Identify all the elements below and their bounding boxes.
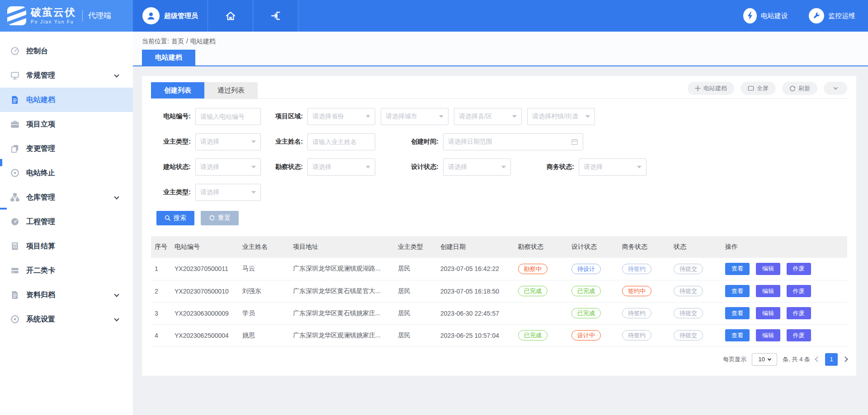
sidebar-item-data-archive[interactable]: 资料归档 (0, 283, 133, 307)
filter-actions: 搜索 重置 (151, 211, 847, 225)
page-tab-station-archive[interactable]: 电站建档 (142, 50, 195, 65)
owner-type2-select[interactable]: 请选择 (195, 184, 261, 201)
business-status-select[interactable]: 请选择 (579, 159, 646, 176)
sidebar-item-station-terminate[interactable]: 电站终止 (0, 161, 133, 185)
edit-button[interactable]: 编辑 (756, 329, 780, 341)
caret-down-icon (366, 166, 370, 168)
void-button[interactable]: 作废 (787, 263, 811, 275)
tab-passed-list[interactable]: 通过列表 (204, 82, 258, 98)
user-avatar-icon (142, 7, 160, 24)
sidebar-item-system-settings[interactable]: 系统设置 (0, 307, 133, 331)
build-status-select[interactable]: 请选择 (195, 159, 261, 176)
nav-station-build[interactable]: 电站建设 (743, 8, 788, 23)
breadcrumb-home[interactable]: 首页 (171, 37, 184, 46)
nav-station-build-label: 电站建设 (761, 12, 788, 20)
table-row: 3 YX2023063000009 学员 广东深圳龙华区黄石镇姚家庄... 居民… (151, 302, 847, 324)
fullscreen-icon (748, 85, 754, 91)
void-button[interactable]: 作废 (787, 285, 811, 297)
next-page-button[interactable] (842, 356, 848, 362)
date-range-input[interactable]: 请选择日期范围 (443, 133, 583, 150)
logo-title: 破茧云伏 (31, 7, 76, 18)
wrench-icon (809, 8, 824, 23)
breadcrumb-label: 当前位置: (142, 37, 169, 46)
caret-down-icon (251, 166, 256, 168)
dashboard-icon (10, 217, 20, 227)
home-button[interactable] (208, 0, 253, 32)
county-select[interactable]: 请选择县/区 (454, 108, 522, 125)
nav-monitor-ops[interactable]: 监控运维 (809, 8, 855, 23)
status-badge: 待签约 (622, 264, 651, 274)
logout-button[interactable] (253, 0, 298, 32)
breadcrumb-strip: 当前位置: 首页 / 电站建档 电站建档 (133, 32, 868, 66)
sidebar-item-engineering-mgmt[interactable]: 工程管理 (0, 210, 133, 234)
breadcrumb-separator: / (186, 37, 188, 46)
status-badge: 待提交 (674, 264, 703, 274)
reset-button[interactable]: 重置 (201, 211, 239, 225)
app-header: 破茧云伏 Po Jian Yun Fu 代理端 超级管理员 电站建设 监控运维 (0, 0, 868, 32)
status-badge: 勘察中 (518, 264, 547, 274)
sidebar-item-console[interactable]: 控制台 (0, 39, 133, 63)
logo: 破茧云伏 Po Jian Yun Fu 代理端 (0, 0, 133, 32)
survey-status-select[interactable]: 请选择 (307, 159, 375, 176)
caret-down-icon (366, 115, 370, 118)
status-badge: 已完成 (571, 286, 601, 296)
status-badge: 待提交 (674, 330, 703, 340)
filter-form: 电站编号: 项目区域: 请选择省份 请选择城市 请选择县/区 请选择村镇/街道 … (151, 108, 847, 201)
content-card: 创建列表 通过列表 电站建档 全屏 刷新 (142, 76, 856, 376)
page-number[interactable]: 1 (825, 353, 838, 366)
create-station-button[interactable]: 电站建档 (688, 82, 734, 95)
town-select[interactable]: 请选择村镇/街道 (527, 108, 595, 125)
province-select[interactable]: 请选择省份 (307, 108, 375, 125)
collapse-toolbar-button[interactable] (824, 82, 847, 95)
void-button[interactable]: 作废 (787, 329, 811, 341)
search-button[interactable]: 搜索 (156, 211, 194, 225)
breadcrumb-current: 电站建档 (190, 37, 216, 46)
sidebar-item-project-settlement[interactable]: 项目结算 (0, 234, 133, 258)
archive-icon (10, 290, 20, 300)
sidebar-item-station-archive[interactable]: 电站建档 (0, 88, 133, 112)
design-status-select[interactable]: 请选择 (443, 159, 511, 176)
current-user[interactable]: 超级管理员 (133, 0, 208, 32)
per-page-select[interactable]: 10 (752, 353, 777, 366)
chevron-down-icon (833, 85, 838, 90)
edit-button[interactable]: 编辑 (756, 307, 780, 319)
owner-name-input[interactable] (312, 138, 370, 145)
station-no-input[interactable] (200, 113, 256, 120)
view-button[interactable]: 查看 (725, 307, 750, 319)
search-icon (165, 215, 171, 221)
sidebar-item-type2-card[interactable]: 开二类卡 (0, 258, 133, 283)
prev-page-button[interactable] (815, 356, 821, 362)
card-icon (10, 266, 20, 275)
nav-monitor-ops-label: 监控运维 (828, 12, 855, 20)
caret-down-icon (585, 115, 590, 118)
fullscreen-button[interactable]: 全屏 (741, 82, 776, 95)
edit-button[interactable]: 编辑 (756, 285, 780, 297)
owner-type-label: 业主类型: (151, 138, 195, 146)
tabs-row: 创建列表 通过列表 电站建档 全屏 刷新 (151, 82, 847, 99)
chevron-down-icon (114, 292, 119, 297)
city-select[interactable]: 请选择城市 (381, 108, 448, 125)
caret-down-icon (512, 115, 517, 118)
station-table: 序号 电站编号 业主姓名 项目地址 业主类型 创建日期 勘察状态 设计状态 商务… (151, 236, 847, 347)
sidebar-item-warehouse-mgmt[interactable]: 仓库管理 (0, 185, 133, 210)
status-badge: 已完成 (518, 286, 547, 296)
view-button[interactable]: 查看 (725, 329, 750, 341)
sidebar-item-change-mgmt[interactable]: 变更管理 (0, 136, 133, 161)
owner-type-select[interactable]: 请选择 (195, 133, 261, 150)
username: 超级管理员 (164, 12, 198, 20)
void-button[interactable]: 作废 (787, 307, 811, 319)
sidebar: 控制台 常规管理 电站建档 项目立项 变更管理 电站终止 仓库管理 工程管理 项… (0, 32, 133, 415)
sidebar-item-project-initiation[interactable]: 项目立项 (0, 112, 133, 136)
refresh-button[interactable]: 刷新 (782, 82, 817, 95)
edit-button[interactable]: 编辑 (756, 263, 780, 275)
chevron-down-icon (114, 194, 119, 199)
status-badge: 待提交 (674, 286, 703, 296)
sidebar-item-general-mgmt[interactable]: 常规管理 (0, 63, 133, 88)
table-row: 1 YX2023070500011 马云 广东深圳龙华区观澜镇观湖路... 居民… (151, 258, 847, 280)
chevron-down-icon (114, 72, 119, 77)
status-badge: 待签约 (622, 308, 651, 318)
view-button[interactable]: 查看 (725, 285, 750, 297)
view-button[interactable]: 查看 (725, 263, 750, 275)
logo-subtitle: Po Jian Yun Fu (31, 20, 76, 24)
tab-create-list[interactable]: 创建列表 (151, 82, 204, 98)
